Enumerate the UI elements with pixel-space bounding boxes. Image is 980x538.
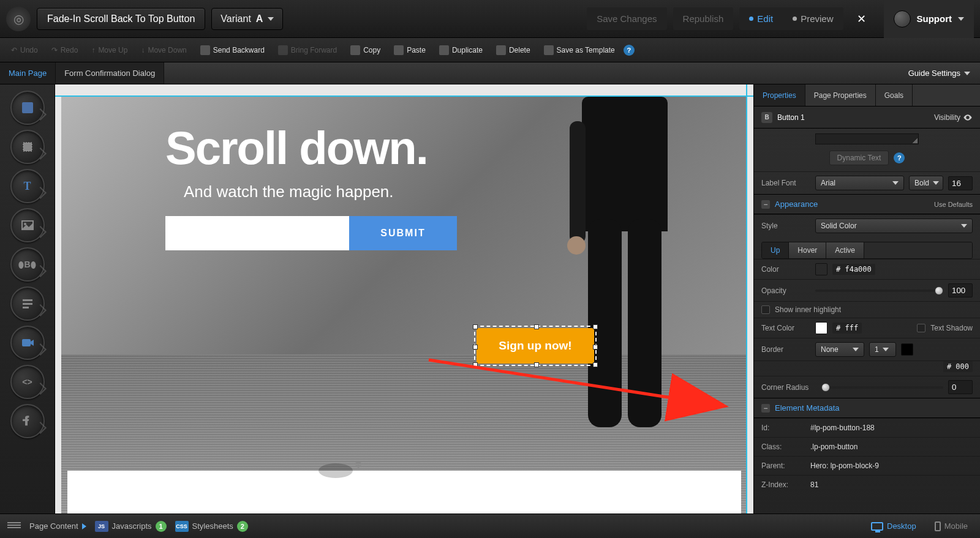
tab-goals[interactable]: Goals: [876, 84, 913, 106]
redo-button[interactable]: ↷Redo: [47, 43, 83, 57]
canvas[interactable]: Scroll down. And watch the magic happen.…: [55, 84, 753, 514]
page-title-field[interactable]: Fade-In Scroll Back To Top Button: [37, 8, 205, 30]
save-changes-button[interactable]: Save Changes: [587, 7, 666, 30]
duplicate-label: Duplicate: [452, 46, 483, 54]
desktop-view-button[interactable]: Desktop: [866, 519, 921, 533]
zindex-label: Z-Index:: [761, 480, 810, 489]
preview-tab[interactable]: Preview: [783, 7, 843, 30]
email-input[interactable]: [165, 216, 349, 250]
state-up-tab[interactable]: Up: [762, 242, 789, 258]
selected-cta-button[interactable]: Sign up now!: [477, 328, 594, 364]
play-icon: [82, 523, 86, 529]
corner-radius-slider[interactable]: [821, 386, 943, 389]
style-value: Solid Color: [821, 222, 857, 230]
font-weight-dropdown[interactable]: Bold: [909, 176, 943, 190]
button-tool[interactable]: ⬮B⬮: [10, 247, 45, 282]
box-tool[interactable]: [10, 130, 45, 164]
layer-front-icon: [278, 45, 288, 55]
undo-button[interactable]: ↶Undo: [6, 43, 43, 57]
collapse-icon[interactable]: −: [761, 404, 770, 413]
opacity-input[interactable]: [948, 283, 973, 297]
hero-headline[interactable]: Scroll down.: [165, 121, 428, 174]
copy-label: Copy: [363, 46, 380, 54]
chevron-down-icon: [958, 17, 964, 21]
bring-forward-button[interactable]: Bring Forward: [273, 43, 342, 58]
text-tool[interactable]: T: [10, 169, 45, 203]
color-swatch[interactable]: [815, 263, 827, 275]
border-width-dropdown[interactable]: 1: [869, 342, 896, 357]
send-backward-button[interactable]: Send Backward: [195, 43, 270, 58]
duplicate-button[interactable]: Duplicate: [434, 43, 488, 58]
state-hover-tab[interactable]: Hover: [789, 242, 826, 258]
inner-highlight-checkbox[interactable]: [761, 305, 770, 314]
paste-button[interactable]: Paste: [389, 43, 431, 58]
guide-settings-dropdown[interactable]: Guide Settings: [899, 62, 980, 84]
save-as-template-button[interactable]: Save as Template: [539, 43, 620, 58]
trash-icon: [496, 45, 506, 55]
page-content-button[interactable]: Page Content: [29, 521, 86, 531]
text-shadow-checkbox[interactable]: [917, 324, 925, 332]
tab-form-confirmation[interactable]: Form Confirmation Dialog: [56, 62, 164, 84]
form-tool[interactable]: [10, 286, 45, 321]
hero-subheadline[interactable]: And watch the magic happen.: [184, 182, 394, 201]
label-text-input[interactable]: [815, 133, 919, 144]
social-tool[interactable]: [10, 404, 45, 438]
move-up-button[interactable]: ↑Move Up: [86, 43, 132, 57]
style-dropdown[interactable]: Solid Color: [815, 219, 973, 233]
mobile-view-button[interactable]: Mobile: [930, 519, 973, 534]
delete-button[interactable]: Delete: [491, 43, 535, 58]
edit-label: Edit: [757, 13, 773, 24]
variant-dropdown[interactable]: Variant A: [211, 8, 283, 30]
section-tool[interactable]: [10, 91, 45, 125]
text-color-swatch[interactable]: [815, 322, 827, 334]
copy-button[interactable]: Copy: [345, 43, 385, 58]
color-hex-input[interactable]: # f4a000: [832, 264, 875, 275]
image-tool[interactable]: [10, 208, 45, 242]
collapse-icon[interactable]: −: [761, 200, 770, 209]
republish-button[interactable]: Republish: [673, 7, 734, 30]
undo-icon: ↶: [11, 46, 17, 54]
help-icon[interactable]: ?: [894, 152, 905, 163]
visibility-toggle[interactable]: Visibility: [934, 113, 973, 122]
stylesheets-button[interactable]: CSS Stylesheets 2: [175, 521, 248, 532]
font-weight-value: Bold: [914, 179, 929, 187]
edit-tab[interactable]: Edit: [739, 7, 783, 30]
label-font-label: Label Font: [761, 179, 810, 187]
app-logo[interactable]: ◎: [6, 7, 31, 31]
element-type-icon: B: [761, 112, 772, 123]
font-size-input[interactable]: [948, 176, 973, 190]
tool-palette: T ⬮B⬮ <>: [0, 84, 55, 514]
dynamic-text-button[interactable]: Dynamic Text: [829, 151, 889, 165]
inner-highlight-label: Show inner highlight: [775, 305, 841, 314]
move-down-button[interactable]: ↓Move Down: [136, 43, 191, 57]
dot-icon: [749, 17, 753, 21]
border-color-hex-input[interactable]: # 000: [943, 361, 973, 372]
submit-button[interactable]: SUBMIT: [349, 216, 457, 250]
help-icon[interactable]: ?: [624, 45, 635, 56]
html-tool[interactable]: <>: [10, 365, 45, 399]
corner-radius-input[interactable]: [948, 380, 973, 394]
css-count-badge: 2: [237, 521, 248, 532]
video-tool[interactable]: [10, 326, 45, 360]
support-menu[interactable]: Support: [884, 0, 974, 38]
opacity-slider[interactable]: [815, 290, 943, 292]
close-button[interactable]: ✕: [850, 12, 874, 26]
chevron-down-icon: [883, 348, 889, 351]
font-family-dropdown[interactable]: Arial: [815, 176, 904, 190]
tab-main-page[interactable]: Main Page: [0, 62, 56, 84]
zindex-value: 81: [810, 480, 818, 489]
state-active-tab[interactable]: Active: [826, 242, 864, 258]
sendback-label: Send Backward: [213, 46, 265, 54]
tab-properties[interactable]: Properties: [754, 84, 805, 106]
menu-icon[interactable]: [7, 522, 21, 531]
copy-icon: [350, 45, 360, 55]
border-color-swatch[interactable]: [901, 343, 913, 356]
use-defaults-link[interactable]: Use Defaults: [934, 201, 973, 208]
js-badge-icon: JS: [95, 521, 108, 532]
text-color-hex-input[interactable]: # fff: [832, 323, 862, 334]
moveup-label: Move Up: [98, 46, 127, 54]
edit-preview-toggle: Edit Preview: [739, 7, 843, 30]
border-style-dropdown[interactable]: None: [815, 342, 864, 357]
tab-page-properties[interactable]: Page Properties: [805, 84, 876, 106]
javascripts-button[interactable]: JS Javascripts 1: [95, 521, 167, 532]
